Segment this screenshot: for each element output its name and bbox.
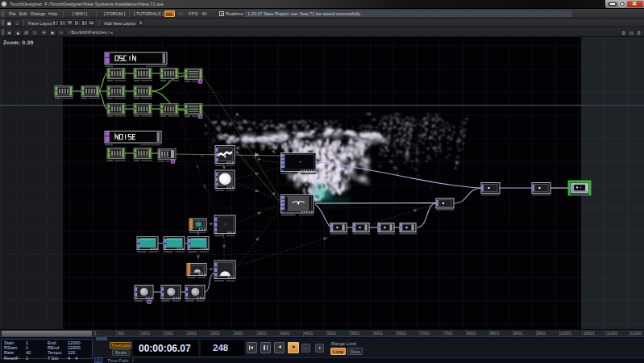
svg-text:Zoom: 0.39: Zoom: 0.39 xyxy=(3,40,33,45)
